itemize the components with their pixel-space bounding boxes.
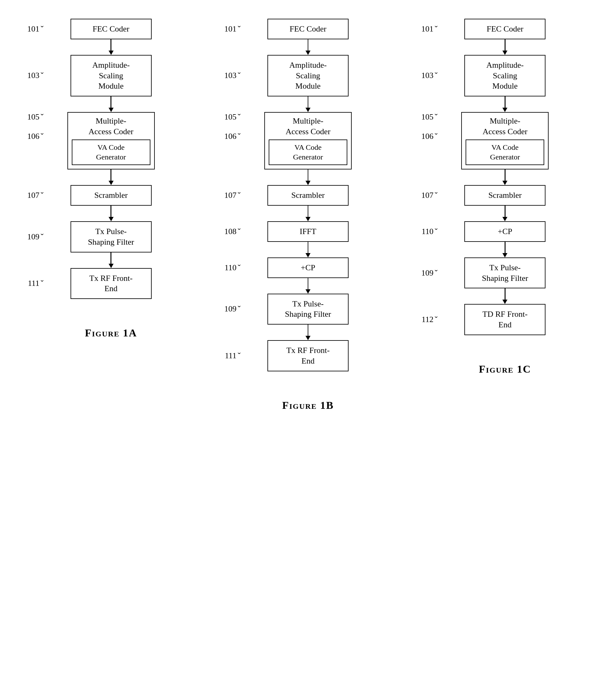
arrow-head: [306, 108, 310, 112]
label-112-c: 112 ˇ: [418, 314, 439, 325]
arrow-head: [306, 253, 310, 258]
arrow-line: [505, 206, 506, 217]
arrow-head: [109, 50, 114, 55]
node-num-105-c: 105: [421, 112, 434, 122]
s-symbol-111-a: ˇ: [41, 279, 43, 288]
figure-1a-inner: 101 ˇ FEC Coder 103 ˇ: [24, 19, 198, 299]
row-107-b: 107 ˇ Scrambler: [221, 185, 395, 206]
block-tx-pulse-c: Tx Pulse-Shaping Filter: [464, 258, 546, 289]
arrow-line: [308, 278, 309, 289]
block-center-108-b: IFFT: [242, 221, 374, 242]
arrow-line: [505, 96, 506, 108]
block-center-107-a: Scrambler: [46, 185, 177, 206]
node-num-106-a: 106: [27, 132, 39, 141]
s-symbol-105-a: ˇ: [41, 112, 43, 122]
figure-caption-1a: Figure 1A: [85, 327, 137, 339]
block-ifft-b: IFFT: [267, 221, 349, 242]
arrow-101-103-a: [109, 39, 114, 55]
label-107-b: 107 ˇ: [221, 190, 242, 200]
row-101-b: 101 ˇ FEC Coder: [221, 19, 395, 39]
label-110-b: 110 ˇ: [221, 263, 242, 273]
node-num-107-a: 107: [27, 191, 39, 200]
s-symbol-107-c: ˇ: [435, 190, 438, 200]
block-td-rf-c: TD RF Front-End: [464, 304, 546, 335]
arrow-line: [110, 170, 111, 181]
row-103-c: 103 ˇ Amplitude-ScalingModule: [418, 55, 592, 96]
label-103-b: 103 ˇ: [221, 70, 242, 81]
s-symbol-109-c: ˇ: [435, 268, 438, 278]
arrow-line: [110, 39, 111, 50]
label-111-b: 111 ˇ: [221, 351, 242, 361]
row-111-a: 111 ˇ Tx RF Front-End: [24, 268, 198, 299]
label-group-105-b: 105 ˇ 106 ˇ: [221, 112, 242, 141]
row-105-b: 105 ˇ 106 ˇ Multiple-Access Coder VA Cod…: [221, 112, 395, 170]
node-num-105-b: 105: [224, 112, 237, 122]
block-cp-b: +CP: [267, 258, 349, 278]
arrow-head: [502, 108, 507, 112]
s-symbol-106-b: ˇ: [238, 131, 241, 141]
row-109-c: 109 ˇ Tx Pulse-Shaping Filter: [418, 258, 592, 289]
label-105-b: 105 ˇ: [221, 112, 242, 122]
caption-row-b: Figure 1B: [221, 387, 395, 411]
block-center-103-b: Amplitude-ScalingModule: [242, 55, 374, 96]
node-num-107-b: 107: [224, 191, 237, 200]
arrow-head: [109, 217, 114, 221]
block-fec-coder-b: FEC Coder: [267, 19, 349, 39]
label-106-c: 106 ˇ: [418, 131, 439, 141]
block-center-110-b: +CP: [242, 258, 374, 278]
label-101-a: 101 ˇ: [24, 24, 46, 34]
s-symbol-103-c: ˇ: [435, 70, 438, 81]
figure-1c: 101 ˇ FEC Coder 103 ˇ: [418, 19, 592, 375]
block-fec-coder-a: FEC Coder: [70, 19, 152, 39]
node-num-101-c: 101: [421, 24, 434, 34]
arrow-head: [502, 181, 507, 185]
s-symbol-110-b: ˇ: [238, 263, 241, 273]
node-num-101-a: 101: [27, 24, 39, 34]
label-101-b: 101 ˇ: [221, 24, 242, 34]
s-symbol-109-a: ˇ: [41, 232, 43, 242]
block-amplitude-b: Amplitude-ScalingModule: [267, 55, 349, 96]
node-num-108-b: 108: [224, 227, 237, 236]
block-center-103-a: Amplitude-ScalingModule: [46, 55, 177, 96]
s-symbol-103-a: ˇ: [41, 70, 43, 81]
arrow-105-107-b: [306, 170, 310, 185]
node-num-112-c: 112: [422, 315, 434, 324]
arrow-head: [306, 289, 310, 294]
arrow-101-103-b: [306, 39, 310, 55]
node-num-106-c: 106: [421, 132, 434, 141]
arrow-head: [306, 181, 310, 185]
label-106-a: 106 ˇ: [24, 131, 46, 141]
row-105-a: 105 ˇ 106 ˇ Multiple-Access Coder VA Cod…: [24, 112, 198, 170]
node-num-107-c: 107: [421, 191, 434, 200]
label-group-105-a: 105 ˇ 106 ˇ: [24, 112, 46, 141]
arrow-line: [110, 252, 111, 264]
block-tx-pulse-b: Tx Pulse-Shaping Filter: [267, 294, 349, 325]
block-center-103-c: Amplitude-ScalingModule: [439, 55, 570, 96]
arrow-line: [308, 325, 309, 336]
label-111-a: 111 ˇ: [24, 279, 46, 288]
s-symbol-108-b: ˇ: [238, 226, 241, 237]
block-center-105-a: Multiple-Access Coder VA CodeGenerator: [46, 112, 177, 170]
block-scrambler-a: Scrambler: [70, 185, 152, 206]
arrow-109-111-a: [109, 252, 114, 268]
s-symbol-112-c: ˇ: [435, 314, 438, 325]
node-num-105-a: 105: [27, 112, 39, 122]
figure-caption-1b: Figure 1B: [282, 399, 334, 411]
arrow-head: [502, 50, 507, 55]
block-center-111-a: Tx RF Front-End: [46, 268, 177, 299]
node-num-110-c: 110: [422, 227, 434, 236]
arrow-head: [306, 217, 310, 221]
s-symbol-105-b: ˇ: [238, 112, 241, 122]
node-num-101-b: 101: [224, 24, 237, 34]
node-num-103-b: 103: [224, 71, 237, 80]
row-110-c: 110 ˇ +CP: [418, 221, 592, 242]
arrow-line: [308, 170, 309, 181]
figure-1a: 101 ˇ FEC Coder 103 ˇ: [24, 19, 198, 339]
label-103-a: 103 ˇ: [24, 70, 46, 81]
s-symbol-101-c: ˇ: [435, 24, 438, 34]
node-num-110-b: 110: [225, 263, 237, 272]
figure-caption-1c: Figure 1C: [479, 363, 531, 375]
row-103-b: 103 ˇ Amplitude-ScalingModule: [221, 55, 395, 96]
node-num-109-c: 109: [421, 268, 434, 278]
node-num-111-a: 111: [28, 279, 39, 288]
